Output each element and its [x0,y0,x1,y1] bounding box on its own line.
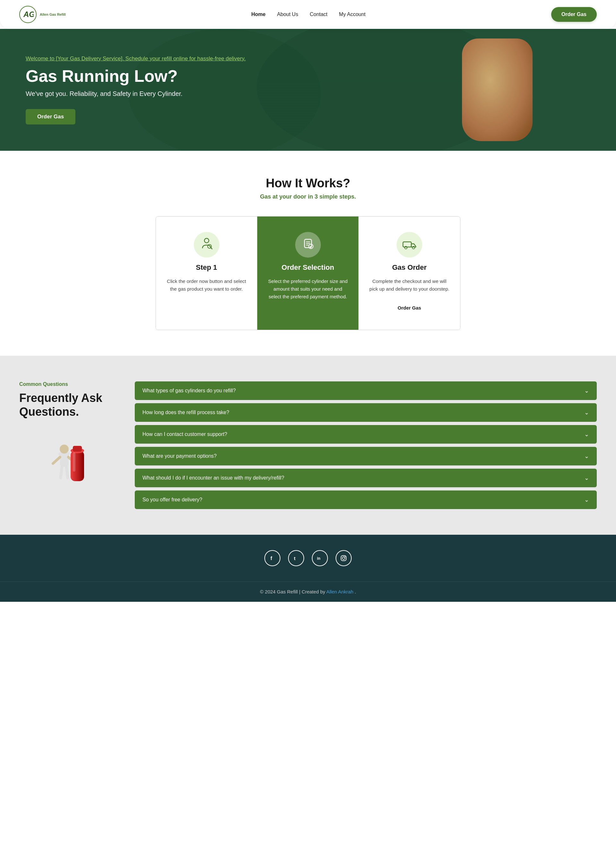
step-1-icon-wrap [194,232,220,258]
faq-chevron-2: ⌄ [584,431,589,438]
step-3-order-gas-button[interactable]: Order Gas [389,301,430,314]
svg-point-1 [204,238,209,243]
svg-text:in: in [317,556,321,561]
faq-item-0[interactable]: What types of gas cylinders do you refil… [135,381,597,400]
svg-text:t: t [294,556,295,561]
faq-cylinder-illustration [19,428,116,486]
footer-social: f t in [0,535,616,582]
faq-right: What types of gas cylinders do you refil… [135,381,597,509]
social-facebook-button[interactable]: f [264,550,280,566]
svg-rect-9 [403,242,411,247]
faq-common-label: Common Questions [19,381,116,387]
social-linkedin-button[interactable]: in [312,550,328,566]
faq-chevron-0: ⌄ [584,387,589,394]
hero-section: Welcome to [Your Gas Delivery Service]. … [0,29,616,151]
faq-item-4[interactable]: What should I do if I encounter an issue… [135,469,597,487]
svg-rect-13 [60,454,68,467]
svg-point-14 [60,444,69,454]
how-it-works-section: How It Works? Gas at your door in 3 simp… [0,151,616,356]
logo: AG Allen Gas Refill [19,6,66,23]
svg-line-18 [66,467,68,478]
how-title: How It Works? [19,176,597,190]
faq-chevron-1: ⌄ [584,409,589,416]
faq-item-5[interactable]: So you offer free delivery? ⌄ [135,490,597,509]
hero-subtitle: We've got you. Reliability, and Safety i… [26,90,590,98]
logo-text: Allen Gas Refill [40,12,66,17]
step-3-icon-wrap [396,232,422,258]
nav-about[interactable]: About Us [277,12,298,17]
svg-rect-26 [341,556,346,561]
step-1-icon [201,238,213,252]
faq-question-3: What are your payment options? [142,453,217,459]
faq-item-1[interactable]: How long does the refill process take? ⌄ [135,403,597,422]
hero-order-gas-button[interactable]: Order Gas [26,109,75,125]
social-twitter-button[interactable]: t [288,550,304,566]
faq-left: Common Questions Frequently Ask Question… [19,381,116,486]
step-1-desc: Click the order now button and select th… [166,277,247,293]
step-2-card: Order Selection Select the preferred cyl… [257,217,359,330]
faq-question-1: How long does the refill process take? [142,410,229,415]
step-3-name: Gas Order [392,263,427,272]
hero-title: Gas Running Low? [26,66,590,86]
step-2-name: Order Selection [282,263,334,272]
faq-chevron-5: ⌄ [584,496,589,503]
faq-item-2[interactable]: How can I contact customer support? ⌄ [135,425,597,444]
faq-title: Frequently Ask Questions. [19,391,116,419]
social-instagram-button[interactable] [336,550,352,566]
faq-question-4: What should I do if I encounter an issue… [142,475,284,481]
step-3-icon [402,238,417,252]
faq-item-3[interactable]: What are your payment options? ⌄ [135,447,597,465]
faq-chevron-4: ⌄ [584,474,589,481]
faq-question-5: So you offer free delivery? [142,497,202,503]
footer-copyright-text: © 2024 Gas Refill | Created by Allen Ank… [260,589,356,594]
steps-grid: Step 1 Click the order now button and se… [155,216,461,330]
hero-tagline: Welcome to [Your Gas Delivery Service]. … [26,56,590,62]
logo-icon: AG [19,6,37,23]
svg-line-3 [211,248,212,249]
step-2-icon-wrap [295,232,321,258]
navbar: AG Allen Gas Refill Home About Us Contac… [0,0,616,29]
step-1-name: Step 1 [196,263,217,272]
nav-contact[interactable]: Contact [309,12,327,17]
svg-line-17 [61,467,62,478]
faq-chevron-3: ⌄ [584,453,589,460]
footer-creator-link[interactable]: Allen Ankrah [326,589,353,594]
faq-question-2: How can I contact customer support? [142,431,227,437]
svg-rect-21 [73,446,82,452]
svg-text:AG: AG [23,10,34,19]
svg-point-27 [342,557,345,559]
nav-account[interactable]: My Account [339,12,366,17]
svg-text:f: f [270,556,272,561]
svg-line-15 [53,457,60,463]
step-2-desc: Select the preferred cylinder size and a… [267,277,349,301]
svg-rect-19 [70,451,84,481]
svg-point-28 [345,556,345,557]
svg-rect-22 [73,452,75,472]
step-2-icon [302,238,314,252]
how-subtitle: Gas at your door in 3 simple steps. [19,194,597,200]
nav-order-gas-button[interactable]: Order Gas [551,7,597,22]
faq-section: Common Questions Frequently Ask Question… [0,356,616,535]
nav-links: Home About Us Contact My Account [251,12,365,17]
step-3-desc: Complete the checkout and we will pick u… [368,277,450,293]
step-1-card: Step 1 Click the order now button and se… [156,217,257,330]
footer-copyright: © 2024 Gas Refill | Created by Allen Ank… [0,582,616,602]
faq-question-0: What types of gas cylinders do you refil… [142,388,236,394]
nav-home[interactable]: Home [251,12,265,17]
step-3-card: Gas Order Complete the checkout and we w… [359,217,460,330]
